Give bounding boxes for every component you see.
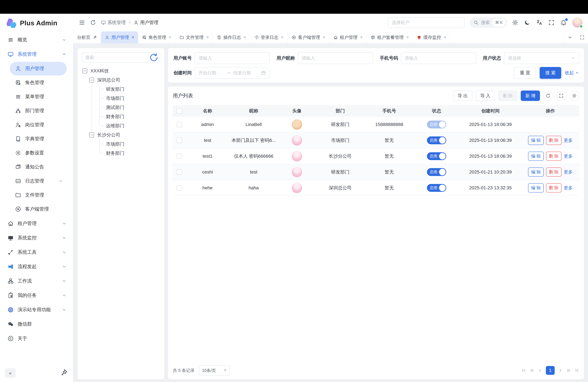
more-button[interactable]: 更多 [564,169,573,175]
select-all-checkbox[interactable] [177,108,182,114]
tree-node[interactable]: 长沙分公司 [82,130,160,140]
user-avatar[interactable] [572,18,583,28]
status-toggle[interactable]: 启用 [427,168,446,176]
table-refresh-button[interactable] [543,91,553,101]
sidebar-subitem-log[interactable]: DEV日志管理 [10,174,67,188]
sidebar-item-tenant[interactable]: 租户管理 [0,216,73,231]
tree-collapse-icon[interactable] [89,132,94,137]
table-fullscreen-button[interactable] [556,91,566,101]
sidebar-subitem-post[interactable]: 岗位管理 [10,118,67,132]
tab-tenant[interactable]: 租户管理× [329,31,367,43]
sidebar-item-demo[interactable]: 演示站专用功能 [0,303,73,317]
tab-file[interactable]: 文件管理× [176,31,213,43]
sidebar-item-mytask[interactable]: 我的任务 [0,288,73,303]
translate-icon[interactable] [536,19,543,26]
global-search[interactable]: 搜索 ⌘ K [470,17,507,28]
tree-node[interactable]: 运维部门 [82,121,160,130]
hamburger-icon[interactable] [79,19,85,26]
tree-node[interactable]: 财务部门 [82,149,160,158]
tree-search-input[interactable] [82,55,148,60]
sidebar-item-overview[interactable]: 概览 [0,33,73,47]
sidebar-item-flow[interactable]: 流程发起 [0,259,73,274]
tab-close-icon[interactable]: × [206,35,209,40]
notifications-bell-icon[interactable] [560,19,567,26]
sidebar-item-about[interactable]: 关于 [0,331,73,346]
delete-row-button[interactable]: 删 除 [546,136,562,145]
tree-node[interactable]: 深圳总公司 [82,75,160,85]
nickname-input[interactable]: 请输入 [298,52,373,64]
tab-close-icon[interactable]: × [323,35,325,40]
delete-button[interactable]: 删 除 [498,90,517,101]
row-checkbox[interactable] [177,153,182,159]
tab-close-icon[interactable]: × [444,35,446,40]
sidebar-subitem-client[interactable]: 客户端管理 [10,202,67,216]
sidebar-subitem-dict[interactable]: 字典管理 [10,132,67,146]
row-checkbox[interactable] [177,185,182,191]
sidebar-item-workflow[interactable]: 工作流 [0,274,73,288]
phone-input[interactable]: 请输入 [401,52,476,64]
sidebar-item-monitor[interactable]: 系统监控 [0,231,73,245]
tab-close-icon[interactable]: × [406,35,409,40]
sidebar-subitem-notice[interactable]: 通知公告 [10,160,67,174]
delete-row-button[interactable]: 删 除 [546,168,562,177]
created-input[interactable]: 开始日期结束日期 [195,67,270,79]
breadcrumb-item[interactable]: 用户管理 [134,20,158,26]
tree-node[interactable]: 市场部门 [82,94,160,103]
status-toggle[interactable]: 启用 [427,121,446,128]
import-button[interactable]: 导 入 [476,90,495,101]
sidebar-subitem-user[interactable]: 用户管理 [10,62,67,75]
tree-refresh-button[interactable] [148,53,160,63]
tab-cache[interactable]: redis缓存监控× [413,31,450,43]
status-input[interactable]: 请选择 [504,52,579,64]
tree-node[interactable]: 研发部门 [82,85,160,94]
page-fast-next-icon[interactable] [566,368,571,373]
page-last-icon[interactable] [574,368,579,373]
search-button[interactable]: 搜 索 [540,67,561,79]
row-checkbox[interactable] [177,169,182,175]
row-checkbox[interactable] [177,138,182,143]
sidebar-subitem-dept[interactable]: 部门管理 [10,104,67,118]
sidebar-item-wechat[interactable]: 微信群 [0,317,73,331]
page-first-icon[interactable] [521,368,526,373]
sidebar-subitem-param[interactable]: 参数设置 [10,146,67,160]
export-button[interactable]: 导 出 [453,90,472,101]
tree-node[interactable]: 财务部门 [82,112,160,121]
page-fast-prev-icon[interactable] [529,368,534,373]
tab-tenant-package[interactable]: 租户套餐管理× [367,31,413,43]
status-toggle[interactable]: 启用 [427,136,446,144]
collapse-filters-link[interactable]: 收起 [565,70,579,76]
table-settings-button[interactable] [569,91,579,101]
sidebar-item-system[interactable]: 系统管理 [0,47,73,62]
row-checkbox[interactable] [177,122,182,127]
edit-button[interactable]: 编 辑 [528,152,544,161]
tab-role[interactable]: 角色管理× [138,31,176,43]
more-button[interactable]: 更多 [564,137,573,143]
sidebar-subitem-role[interactable]: 角色管理 [10,76,67,89]
account-input[interactable]: 请输入 [195,52,270,64]
page-size-select[interactable]: 10条/页 [199,365,230,376]
delete-row-button[interactable]: 删 除 [546,183,562,192]
status-toggle[interactable]: 启用 [427,184,446,192]
reset-button[interactable]: 重 置 [514,67,536,79]
tabs-dropdown-button[interactable] [564,31,576,43]
edit-button[interactable]: 编 辑 [528,136,544,145]
more-button[interactable]: 更多 [564,153,573,159]
tab-close-icon[interactable]: × [281,35,284,40]
tenant-select-input[interactable] [388,17,465,28]
tab-operation-log[interactable]: 操作日志× [213,31,250,43]
tabs-maximize-button[interactable] [576,31,588,43]
current-page[interactable]: 1 [546,366,555,375]
tab-login-log[interactable]: 登录日志× [250,31,288,43]
tree-node[interactable]: 测试部门 [82,103,160,112]
tree-collapse-icon[interactable] [89,78,94,83]
page-prev-icon[interactable] [538,368,543,373]
tab-close-icon[interactable]: × [132,35,134,40]
dark-mode-moon-icon[interactable] [524,19,530,26]
breadcrumb-item[interactable]: 系统管理 [101,20,126,26]
add-button[interactable]: 新 增 [521,90,540,101]
more-button[interactable]: 更多 [564,185,573,191]
sidebar-item-tool[interactable]: 系统工具 [0,245,73,259]
edit-button[interactable]: 编 辑 [528,183,544,192]
tree-node[interactable]: 市场部门 [82,140,160,149]
tab-user[interactable]: 用户管理× [101,31,138,43]
